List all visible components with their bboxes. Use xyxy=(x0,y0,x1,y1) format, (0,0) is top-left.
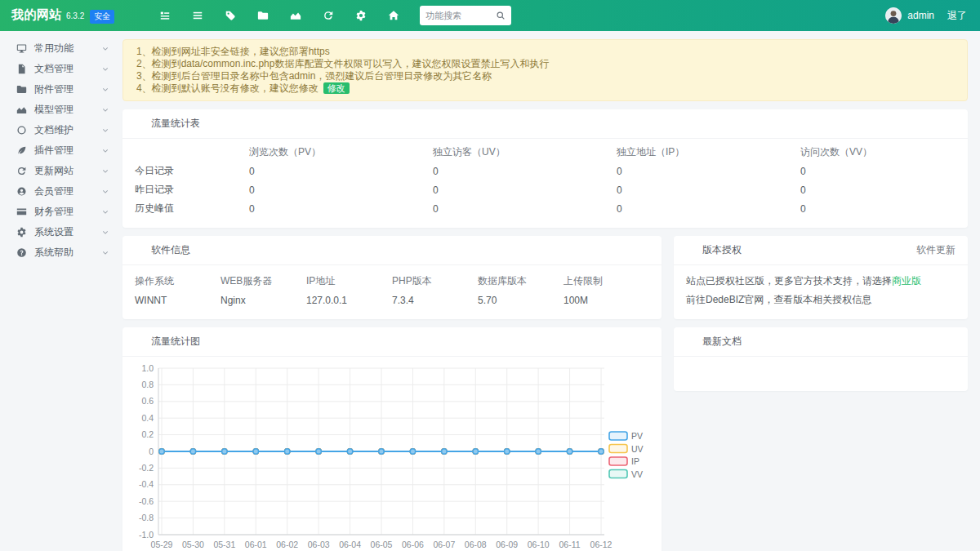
refresh-icon[interactable] xyxy=(323,10,334,21)
traffic-chart-svg: 1.00.80.60.40.20-0.2-0.4-0.6-0.8-1.005-2… xyxy=(129,362,645,551)
traffic-chart-card: 流量统计图 1.00.80.60.40.20-0.2-0.4-0.6-0.8-1… xyxy=(122,327,662,551)
sidebar-item-2[interactable]: 文档管理 xyxy=(0,59,122,79)
home-icon[interactable] xyxy=(388,10,399,21)
sidebar-item-4[interactable]: 模型管理 xyxy=(0,100,122,120)
software-header-row: 操作系统WEB服务器IP地址PHP版本数据库版本上传限制 xyxy=(135,272,649,291)
sidebar-item-label: 文档管理 xyxy=(34,62,74,76)
svg-text:UV: UV xyxy=(631,444,644,454)
folder-icon[interactable] xyxy=(257,10,269,21)
logout-button[interactable]: 退了 xyxy=(947,9,967,23)
notice-line-1: 1、检测到网址非安全链接，建议您部署https xyxy=(136,46,954,58)
site-brand[interactable]: 我的网站 6.3.2 安全 xyxy=(11,7,114,24)
traffic-col-header: 独立访客（UV） xyxy=(433,143,617,162)
svg-text:05-31: 05-31 xyxy=(213,540,235,549)
username-label[interactable]: admin xyxy=(907,10,934,21)
menu-icon[interactable] xyxy=(192,10,203,21)
license-card: 版本授权 软件更新 站点已授权社区版，更多官方技术支持，请选择商业版 前往Ded… xyxy=(674,236,968,319)
software-value: 7.3.4 xyxy=(392,291,478,309)
list-icon xyxy=(686,336,697,347)
traffic-value: 0 xyxy=(617,162,800,180)
security-notice: 1、检测到网址非安全链接，建议您部署https2、检测到data/common.… xyxy=(122,39,968,101)
traffic-value: 0 xyxy=(433,162,617,180)
software-value: 5.70 xyxy=(478,291,564,309)
software-info-header: 软件信息 xyxy=(122,236,662,265)
search-icon[interactable] xyxy=(496,11,506,20)
svg-text:0.6: 0.6 xyxy=(141,396,154,406)
folder-icon xyxy=(16,84,27,95)
plugin-icon xyxy=(16,145,27,156)
line-chart-icon xyxy=(135,336,145,347)
commercial-edition-link[interactable]: 商业版 xyxy=(892,275,921,287)
sidebar-item-7[interactable]: 更新网站 xyxy=(0,161,122,181)
traffic-stats-body: 浏览次数（PV）独立访客（UV）独立地址（IP）访问次数（VV）今日记录0000… xyxy=(122,139,968,228)
svg-text:06-06: 06-06 xyxy=(402,540,424,549)
sidebar-item-10[interactable]: 系统设置 xyxy=(0,222,122,242)
traffic-chart: 1.00.80.60.40.20-0.2-0.4-0.6-0.8-1.005-2… xyxy=(122,357,662,551)
software-update-link[interactable]: 软件更新 xyxy=(916,243,956,257)
copyright-icon xyxy=(686,245,697,256)
traffic-value: 0 xyxy=(800,180,956,199)
software-info-title: 软件信息 xyxy=(151,243,190,257)
svg-text:-0.6: -0.6 xyxy=(139,496,154,506)
info-row: 软件信息 操作系统WEB服务器IP地址PHP版本数据库版本上传限制WINNTNg… xyxy=(122,228,968,319)
gear-icon[interactable] xyxy=(355,10,367,21)
svg-text:06-02: 06-02 xyxy=(276,540,298,549)
svg-text:-1.0: -1.0 xyxy=(139,530,154,540)
svg-text:05-30: 05-30 xyxy=(182,540,204,549)
svg-text:0.4: 0.4 xyxy=(141,413,154,423)
chevron-down-icon xyxy=(101,147,109,155)
software-col-header: 上传限制 xyxy=(564,272,649,291)
sidebar-item-9[interactable]: 财务管理 xyxy=(0,202,122,222)
traffic-value: 0 xyxy=(617,180,800,199)
header-user-area: admin 退了 xyxy=(885,7,967,24)
search-box[interactable] xyxy=(420,6,511,25)
file-icon xyxy=(16,64,27,74)
software-value: 100M xyxy=(564,291,649,309)
modify-button[interactable]: 修改 xyxy=(323,82,350,94)
chart-area-icon[interactable] xyxy=(290,10,301,21)
chevron-down-icon xyxy=(101,106,109,114)
software-col-header: 操作系统 xyxy=(135,272,220,291)
svg-text:0.2: 0.2 xyxy=(141,429,154,439)
sidebar-item-5[interactable]: 文档维护 xyxy=(0,120,122,140)
latest-docs-body xyxy=(674,357,968,391)
svg-text:06-03: 06-03 xyxy=(308,540,330,549)
svg-text:VV: VV xyxy=(631,469,643,479)
sidebar-item-11[interactable]: 系统帮助 xyxy=(0,242,122,263)
traffic-row-label: 历史峰值 xyxy=(135,199,249,218)
svg-text:06-11: 06-11 xyxy=(559,540,581,549)
svg-text:06-05: 06-05 xyxy=(371,540,393,549)
traffic-chart-title: 流量统计图 xyxy=(151,335,200,349)
traffic-stats-card: 流量统计表 浏览次数（PV）独立访客（UV）独立地址（IP）访问次数（VV）今日… xyxy=(122,109,968,228)
traffic-value: 0 xyxy=(800,199,956,218)
sidebar-item-8[interactable]: 会员管理 xyxy=(0,181,122,202)
software-value-row: WINNTNginx127.0.0.17.3.45.70100M xyxy=(135,291,649,309)
gear-icon xyxy=(16,227,27,238)
search-input[interactable] xyxy=(425,11,491,20)
version-label: 6.3.2 xyxy=(66,11,84,20)
tag-icon[interactable] xyxy=(225,10,236,21)
traffic-value: 0 xyxy=(249,199,433,218)
software-col-header: 数据库版本 xyxy=(478,272,564,291)
software-col-header: PHP版本 xyxy=(392,272,478,291)
license-line-1: 站点已授权社区版，更多官方技术支持，请选择商业版 xyxy=(686,272,956,291)
sidebar-item-6[interactable]: 插件管理 xyxy=(0,140,122,161)
stream-icon[interactable] xyxy=(159,10,171,21)
gears-icon xyxy=(135,245,145,256)
traffic-value: 0 xyxy=(433,199,617,218)
security-badge[interactable]: 安全 xyxy=(90,10,114,24)
chevron-down-icon xyxy=(101,229,109,237)
user-avatar[interactable] xyxy=(885,7,902,24)
chevron-down-icon xyxy=(101,45,109,53)
sidebar-item-3[interactable]: 附件管理 xyxy=(0,79,122,100)
traffic-col-header: 独立地址（IP） xyxy=(617,143,800,162)
sidebar-item-label: 文档维护 xyxy=(34,123,74,137)
traffic-table-row: 昨日记录0000 xyxy=(135,180,956,199)
traffic-table: 浏览次数（PV）独立访客（UV）独立地址（IP）访问次数（VV）今日记录0000… xyxy=(135,143,956,218)
header-toolbar xyxy=(149,10,410,21)
sidebar-item-1[interactable]: 常用功能 xyxy=(0,38,122,59)
bar-chart-icon xyxy=(135,118,145,129)
svg-text:-0.8: -0.8 xyxy=(139,513,154,522)
latest-docs-card: 最新文档 xyxy=(674,327,968,391)
chevron-down-icon xyxy=(101,65,109,73)
